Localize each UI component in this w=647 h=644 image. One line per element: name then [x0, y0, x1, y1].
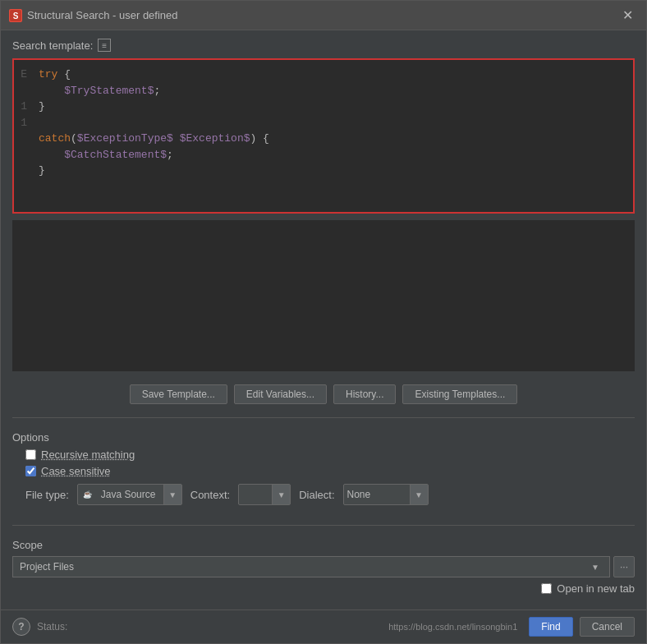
code-editor[interactable]: E 1 1 try { $TryStatement$; } catch($Exc…: [12, 58, 635, 214]
code-line-7: }: [39, 163, 625, 179]
scope-section: Scope Project Files ▼ ··· Open in new ta…: [12, 536, 635, 601]
dialect-value: None: [344, 489, 410, 500]
open-new-tab-checkbox[interactable]: [541, 583, 552, 594]
url-text: https://blog.csdn.net/linsongbin1: [388, 622, 517, 632]
code-line-2: $TryStatement$;: [39, 83, 625, 99]
svg-text:S: S: [13, 12, 19, 21]
case-sensitive-label[interactable]: Case sensitive: [41, 465, 111, 477]
empty-editor-area: [12, 220, 635, 372]
search-template-label: Search template: ≡: [12, 39, 635, 52]
code-line-6: $CatchStatement$;: [39, 147, 625, 163]
history-button[interactable]: History...: [333, 384, 396, 404]
recursive-matching-checkbox[interactable]: [25, 449, 36, 460]
file-type-label: File type:: [25, 489, 69, 501]
scope-value: Project Files: [20, 561, 588, 573]
context-select[interactable]: ▼: [238, 484, 291, 505]
scope-row: Project Files ▼ ···: [12, 556, 635, 577]
dialog-title: Structural Search - user defined: [27, 9, 178, 21]
status-label: Status:: [37, 621, 67, 632]
scope-dropdown-arrow[interactable]: ▼: [588, 557, 603, 577]
title-bar: S Structural Search - user defined ✕: [1, 1, 646, 30]
cancel-button[interactable]: Cancel: [580, 617, 635, 637]
line-numbers: E 1 1: [14, 60, 30, 212]
open-new-tab-label[interactable]: Open in new tab: [557, 582, 635, 595]
find-button[interactable]: Find: [529, 617, 572, 637]
dialect-label: Dialect:: [299, 489, 334, 501]
dialect-select[interactable]: None ▼: [343, 484, 429, 505]
structural-search-dialog: S Structural Search - user defined ✕ Sea…: [0, 0, 647, 644]
divider-1: [12, 417, 635, 418]
case-sensitive-checkbox[interactable]: [25, 466, 36, 476]
app-icon: S: [9, 9, 22, 22]
search-template-text: Search template:: [12, 39, 93, 52]
help-button[interactable]: ?: [12, 618, 30, 636]
scope-more-button[interactable]: ···: [613, 556, 635, 577]
file-type-dropdown-arrow[interactable]: ▼: [163, 485, 181, 504]
case-sensitive-row: Case sensitive: [25, 465, 622, 477]
java-icon: ☕: [81, 488, 94, 501]
toolbar: Save Template... Edit Variables... Histo…: [12, 378, 635, 407]
dialect-dropdown-arrow[interactable]: ▼: [410, 485, 428, 504]
dialog-body: Search template: ≡ E 1 1 try { $TryState…: [1, 30, 646, 610]
bottom-bar: ? Status: https://blog.csdn.net/linsongb…: [1, 610, 646, 643]
context-label: Context:: [190, 489, 230, 501]
open-new-tab-row: Open in new tab: [12, 582, 635, 595]
file-type-value: Java Source: [98, 489, 163, 500]
recursive-matching-row: Recursive matching: [25, 448, 622, 461]
context-dropdown-arrow[interactable]: ▼: [272, 485, 290, 504]
template-icon: ≡: [98, 39, 111, 52]
file-type-select[interactable]: ☕ Java Source ▼: [77, 484, 182, 505]
options-section: Options Recursive matching Case sensitiv…: [12, 428, 635, 515]
scope-select[interactable]: Project Files ▼: [12, 556, 610, 577]
edit-variables-button[interactable]: Edit Variables...: [234, 384, 327, 404]
code-line-3: }: [39, 99, 625, 115]
divider-2: [12, 525, 635, 526]
status-row: ? Status:: [12, 618, 67, 636]
options-label: Options: [12, 431, 635, 444]
code-line-5: catch($ExceptionType$ $Exception$) {: [39, 131, 625, 147]
code-line-1: try {: [39, 67, 625, 83]
code-line-4: [39, 115, 625, 131]
code-content[interactable]: try { $TryStatement$; } catch($Exception…: [30, 60, 633, 212]
title-bar-left: S Structural Search - user defined: [9, 9, 178, 22]
action-buttons: Find Cancel: [529, 617, 635, 637]
bottom-right: https://blog.csdn.net/linsongbin1 Find C…: [388, 617, 635, 637]
recursive-matching-label[interactable]: Recursive matching: [41, 448, 135, 461]
file-type-row: File type: ☕ Java Source ▼ Context: ▼ Di…: [25, 484, 622, 505]
save-template-button[interactable]: Save Template...: [130, 384, 227, 404]
existing-templates-button[interactable]: Existing Templates...: [402, 384, 517, 404]
scope-label: Scope: [12, 539, 635, 551]
close-button[interactable]: ✕: [617, 6, 638, 25]
